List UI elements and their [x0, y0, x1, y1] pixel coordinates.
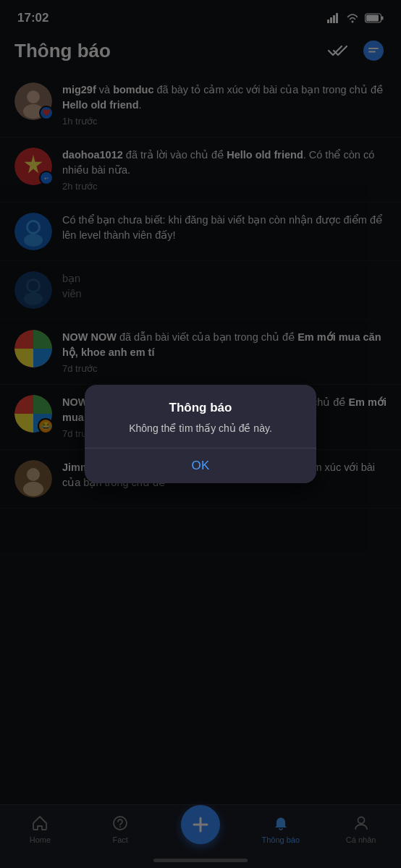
- modal-body: Thông báo Không thể tìm thấy chủ đề này.: [85, 385, 316, 448]
- alert-modal: Thông báo Không thể tìm thấy chủ đề này.…: [85, 385, 316, 483]
- modal-title: Thông báo: [99, 401, 302, 415]
- modal-message: Không thể tìm thấy chủ đề này.: [99, 421, 302, 436]
- modal-overlay: Thông báo Không thể tìm thấy chủ đề này.…: [0, 0, 401, 868]
- modal-ok-button[interactable]: OK: [85, 448, 316, 483]
